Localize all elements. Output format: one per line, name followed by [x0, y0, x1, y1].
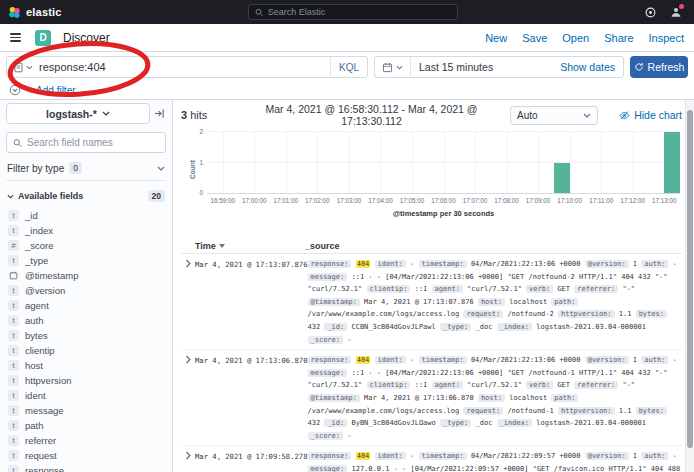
field-item-host[interactable]: thost [6, 358, 166, 373]
grid-line-horizontal [207, 131, 680, 132]
source-field-badge: @version: [585, 452, 629, 460]
field-item-bytes[interactable]: tbytes [6, 328, 166, 343]
collapse-sidebar-icon[interactable] [154, 108, 166, 119]
scrollbar-thumb[interactable] [687, 110, 693, 448]
field-item-ident[interactable]: tident [6, 388, 166, 403]
menu-hamburger-icon[interactable] [10, 33, 21, 42]
source-field-value: ::1 [415, 381, 428, 389]
available-fields-count: 20 [148, 190, 165, 202]
field-item-message[interactable]: tmessage [6, 403, 166, 418]
new-button[interactable]: New [485, 32, 507, 44]
field-item-path[interactable]: tpath [6, 418, 166, 433]
grid-line-horizontal [207, 162, 680, 163]
field-item-auth[interactable]: tauth [6, 313, 166, 328]
open-button[interactable]: Open [562, 32, 589, 44]
save-button[interactable]: Save [522, 32, 547, 44]
source-field-value: "curl/7.52.1" [467, 381, 522, 389]
source-field-value: _doc [476, 419, 493, 427]
time-range-value[interactable]: Last 15 minutes [411, 61, 552, 73]
histogram-bar[interactable] [554, 163, 570, 194]
field-item-id[interactable]: t_id [6, 208, 166, 223]
user-avatar[interactable] [670, 6, 682, 18]
field-name: request [25, 450, 57, 461]
source-field-badge: @timestamp: [308, 394, 360, 402]
field-item-referrer[interactable]: treferrer [6, 433, 166, 448]
field-item-httpversion[interactable]: thttpversion [6, 373, 166, 388]
calendar-menu[interactable] [375, 57, 411, 77]
chart-time-range-title: Mar 4, 2021 @ 16:58:30.112 - Mar 4, 2021… [241, 103, 502, 127]
add-filter-button[interactable]: + Add filter [28, 85, 76, 96]
source-field-badge: host: [478, 298, 505, 306]
column-header-time[interactable]: Time [181, 241, 305, 251]
field-item-type[interactable]: t_type [6, 253, 166, 268]
expand-row-icon[interactable] [181, 354, 195, 442]
field-name: _index [25, 225, 53, 236]
source-field-value: 127.0.0.1 - - [04/Mar/2021:22:09:57 +000… [308, 465, 681, 472]
notification-dot [679, 4, 684, 9]
source-field-value: - [410, 452, 414, 460]
available-fields-header[interactable]: Available fields 20 [6, 190, 166, 202]
index-pattern-select[interactable]: logstash-* [6, 103, 150, 124]
field-item-version[interactable]: t@version [6, 283, 166, 298]
global-search[interactable] [248, 4, 458, 20]
source-field-badge: _type: [440, 323, 471, 331]
source-field-value: Mar 4, 2021 @ 17:13:06.870 [364, 394, 474, 402]
field-list: t_idt_index#_scoret_type@timestampt@vers… [6, 208, 166, 472]
refresh-button[interactable]: Refresh [630, 56, 688, 78]
elastic-logo[interactable]: elastic [8, 6, 62, 19]
expand-row-icon[interactable] [181, 258, 195, 346]
field-name: _score [25, 240, 54, 251]
field-type-icon: t [8, 285, 19, 296]
field-name: ident [25, 390, 46, 401]
source-field-value: - [673, 260, 677, 268]
query-input[interactable]: response:404 KQL [6, 56, 368, 78]
column-header-source: _source [305, 241, 682, 251]
field-item-request[interactable]: trequest [6, 448, 166, 463]
inspect-button[interactable]: Inspect [649, 32, 684, 44]
discover-app-badge[interactable]: D [35, 30, 51, 46]
field-name: bytes [25, 330, 48, 341]
help-icon[interactable] [645, 7, 656, 18]
field-item-score[interactable]: #_score [6, 238, 166, 253]
field-search-input[interactable] [27, 137, 159, 148]
filter-options-icon[interactable] [9, 84, 21, 96]
grid-line-vertical [412, 132, 413, 193]
field-item-response[interactable]: tresponse [6, 463, 166, 472]
field-type-icon: t [8, 420, 19, 431]
refresh-label: Refresh [648, 61, 685, 73]
query-text[interactable]: response:404 [39, 61, 330, 73]
query-language-button[interactable]: KQL [330, 57, 367, 77]
source-field-value: - [347, 336, 351, 344]
saved-query-menu[interactable] [13, 62, 39, 73]
chevron-down-icon [396, 65, 403, 70]
share-button[interactable]: Share [604, 32, 633, 44]
source-field-badge: response: [308, 452, 352, 460]
source-field-badge: path: [551, 298, 578, 306]
body-area: logstash-* [0, 100, 694, 472]
expand-row-icon[interactable] [181, 450, 195, 472]
field-item-agent[interactable]: tagent [6, 298, 166, 313]
field-type-icon: t [8, 435, 19, 446]
grid-line-vertical [286, 132, 287, 193]
field-name: path [25, 420, 44, 431]
field-search[interactable] [6, 132, 166, 153]
field-item-index[interactable]: t_index [6, 223, 166, 238]
hide-chart-button[interactable]: Hide chart [606, 109, 682, 121]
x-tick-label: 17:02:00 [305, 197, 330, 204]
source-field-value: 04/Mar/2021:22:09:57 +0000 [471, 452, 581, 460]
doc-source: response: 404 ident: - timestamp: 04/Mar… [308, 354, 682, 442]
field-item-timestamp[interactable]: @timestamp [6, 268, 166, 283]
source-field-value: 1.1 [619, 310, 632, 318]
field-item-clientip[interactable]: tclientip [6, 343, 166, 358]
vertical-scrollbar[interactable] [685, 100, 694, 472]
show-dates-button[interactable]: Show dates [552, 61, 623, 73]
x-tick-label: 17:05:00 [400, 197, 425, 204]
y-tick-label: 0 [193, 189, 203, 196]
eye-closed-icon [619, 110, 630, 121]
interval-select[interactable]: Auto [510, 106, 598, 125]
field-name: referrer [25, 435, 56, 446]
histogram-bar[interactable] [664, 132, 680, 193]
global-search-input[interactable] [268, 7, 452, 17]
source-field-value: GET [557, 381, 570, 389]
filter-by-type[interactable]: Filter by type 0 [6, 160, 166, 181]
